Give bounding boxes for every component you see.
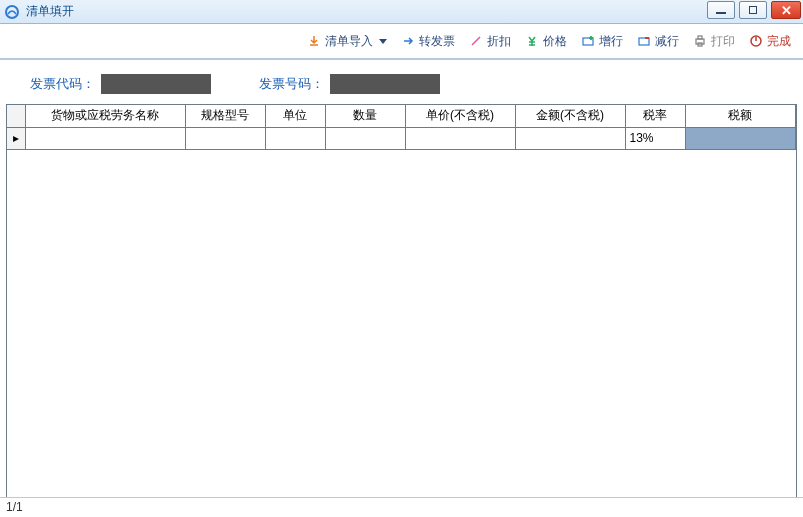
cell-spec[interactable] [185, 127, 265, 149]
toolbar: 清单导入 转发票 折扣 价格 增行 减行 打印 完成 [0, 24, 803, 60]
finish-label: 完成 [767, 33, 791, 50]
price-label: 价格 [543, 33, 567, 50]
cell-amount[interactable] [515, 127, 625, 149]
cell-rate[interactable]: 13% [625, 127, 685, 149]
price-icon [525, 34, 539, 48]
cell-qty[interactable] [325, 127, 405, 149]
maximize-button[interactable] [739, 1, 767, 19]
import-label: 清单导入 [325, 33, 373, 50]
cell-tax[interactable] [685, 127, 796, 149]
col-price[interactable]: 单价(不含税) [405, 105, 515, 127]
price-button[interactable]: 价格 [525, 33, 567, 50]
invoice-number-label: 发票号码： [259, 75, 324, 93]
invoice-code-value [101, 74, 211, 94]
convert-icon [401, 34, 415, 48]
close-button[interactable]: ✕ [771, 1, 801, 19]
addrow-icon [581, 34, 595, 48]
col-amount[interactable]: 金额(不含税) [515, 105, 625, 127]
row-indicator[interactable]: ▸ [7, 127, 25, 149]
cell-price[interactable] [405, 127, 515, 149]
delrow-label: 减行 [655, 33, 679, 50]
svg-point-0 [6, 6, 18, 18]
minimize-button[interactable] [707, 1, 735, 19]
app-icon [4, 4, 20, 20]
print-icon [693, 34, 707, 48]
cell-name[interactable] [25, 127, 185, 149]
invoice-codes-row: 发票代码： 发票号码： [0, 60, 803, 104]
print-button[interactable]: 打印 [693, 33, 735, 50]
col-qty[interactable]: 数量 [325, 105, 405, 127]
addrow-label: 增行 [599, 33, 623, 50]
grid-header-row: 货物或应税劳务名称 规格型号 单位 数量 单价(不含税) 金额(不含税) 税率 … [7, 105, 796, 127]
addrow-button[interactable]: 增行 [581, 33, 623, 50]
import-icon [307, 34, 321, 48]
finish-icon [749, 34, 763, 48]
grid-empty-area[interactable] [6, 150, 797, 500]
discount-label: 折扣 [487, 33, 511, 50]
svg-rect-2 [639, 38, 649, 45]
col-rate[interactable]: 税率 [625, 105, 685, 127]
delrow-icon [637, 34, 651, 48]
invoice-code-label: 发票代码： [30, 75, 95, 93]
convert-label: 转发票 [419, 33, 455, 50]
col-name[interactable]: 货物或应税劳务名称 [25, 105, 185, 127]
discount-icon [469, 34, 483, 48]
table-row[interactable]: ▸ 13% [7, 127, 796, 149]
col-unit[interactable]: 单位 [265, 105, 325, 127]
statusbar: 1/1 [0, 497, 803, 517]
row-selector-header [7, 105, 25, 127]
import-button[interactable]: 清单导入 [307, 33, 387, 50]
delrow-button[interactable]: 减行 [637, 33, 679, 50]
items-grid: 货物或应税劳务名称 规格型号 单位 数量 单价(不含税) 金额(不含税) 税率 … [6, 104, 797, 150]
titlebar: 清单填开 ✕ [0, 0, 803, 24]
convert-button[interactable]: 转发票 [401, 33, 455, 50]
cell-unit[interactable] [265, 127, 325, 149]
invoice-number-value [330, 74, 440, 94]
finish-button[interactable]: 完成 [749, 33, 791, 50]
print-label: 打印 [711, 33, 735, 50]
col-tax[interactable]: 税额 [685, 105, 796, 127]
window-title: 清单填开 [26, 3, 74, 20]
discount-button[interactable]: 折扣 [469, 33, 511, 50]
svg-rect-4 [698, 36, 702, 39]
page-indicator: 1/1 [6, 500, 23, 514]
dropdown-icon [379, 39, 387, 44]
col-spec[interactable]: 规格型号 [185, 105, 265, 127]
